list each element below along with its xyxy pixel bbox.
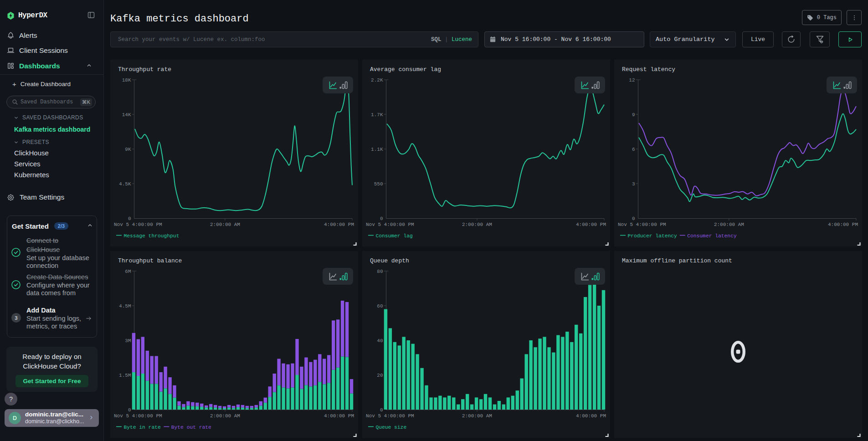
svg-text:20: 20	[377, 373, 383, 378]
svg-text:Maximum offline partition coun: Maximum offline partition count	[622, 257, 732, 264]
svg-text:4:00:00 PM: 4:00:00 PM	[576, 413, 606, 419]
svg-text:2:00:00 AM: 2:00:00 AM	[462, 413, 492, 419]
svg-text:Byte out rate: Byte out rate	[171, 425, 211, 430]
svg-text:6M: 6M	[125, 269, 131, 274]
svg-text:4:00:00 PM: 4:00:00 PM	[324, 413, 354, 419]
svg-text:4:00:00 PM: 4:00:00 PM	[828, 222, 858, 227]
svg-text:1.1K: 1.1K	[371, 147, 383, 152]
svg-text:1.7K: 1.7K	[371, 112, 383, 118]
svg-text:0: 0	[128, 216, 131, 221]
svg-text:Nov 5 4:00:00 PM: Nov 5 4:00:00 PM	[618, 222, 666, 227]
svg-text:Queue depth: Queue depth	[370, 257, 409, 264]
svg-text:0: 0	[380, 216, 383, 221]
svg-text:12: 12	[629, 77, 635, 83]
svg-text:Nov 5 4:00:00 PM: Nov 5 4:00:00 PM	[114, 222, 162, 227]
svg-text:0: 0	[128, 407, 131, 413]
svg-text:0: 0	[380, 407, 383, 413]
svg-text:Consumer latency: Consumer latency	[687, 233, 737, 239]
svg-text:Consumer lag: Consumer lag	[375, 233, 412, 239]
svg-text:Request latency: Request latency	[622, 66, 675, 73]
svg-text:14K: 14K	[122, 112, 131, 118]
svg-text:Nov 5 4:00:00 PM: Nov 5 4:00:00 PM	[366, 222, 414, 227]
svg-text:Producer latency: Producer latency	[627, 233, 677, 239]
svg-text:Throughput rate: Throughput rate	[118, 66, 171, 73]
svg-text:2.2K: 2.2K	[371, 77, 383, 83]
svg-text:3M: 3M	[125, 338, 131, 344]
svg-text:Queue size: Queue size	[375, 425, 406, 430]
svg-text:4.5K: 4.5K	[119, 181, 131, 187]
svg-text:9K: 9K	[125, 147, 131, 152]
svg-text:9: 9	[632, 112, 635, 118]
svg-text:Byte in rate: Byte in rate	[123, 425, 161, 430]
svg-text:Message throughput: Message throughput	[123, 233, 179, 239]
svg-text:1.5M: 1.5M	[119, 373, 131, 378]
svg-text:4.5M: 4.5M	[119, 303, 131, 309]
svg-text:Nov 5 4:00:00 PM: Nov 5 4:00:00 PM	[366, 413, 414, 419]
svg-text:550: 550	[374, 181, 383, 187]
svg-text:4:00:00 PM: 4:00:00 PM	[576, 222, 606, 227]
svg-text:Throughput balance: Throughput balance	[118, 257, 182, 264]
svg-text:60: 60	[377, 303, 383, 309]
svg-text:40: 40	[377, 338, 383, 344]
svg-text:2:00:00 AM: 2:00:00 AM	[210, 413, 240, 419]
svg-text:6: 6	[632, 147, 635, 152]
svg-text:Average consumer lag: Average consumer lag	[370, 66, 441, 73]
svg-text:0: 0	[632, 216, 635, 221]
svg-text:18K: 18K	[122, 77, 131, 83]
svg-text:2:00:00 AM: 2:00:00 AM	[210, 222, 240, 227]
svg-text:80: 80	[377, 269, 383, 274]
svg-text:2:00:00 AM: 2:00:00 AM	[714, 222, 744, 227]
svg-text:2:00:00 AM: 2:00:00 AM	[462, 222, 492, 227]
svg-text:3: 3	[632, 181, 635, 187]
svg-text:Nov 5 4:00:00 PM: Nov 5 4:00:00 PM	[114, 413, 162, 419]
svg-text:4:00:00 PM: 4:00:00 PM	[324, 222, 354, 227]
